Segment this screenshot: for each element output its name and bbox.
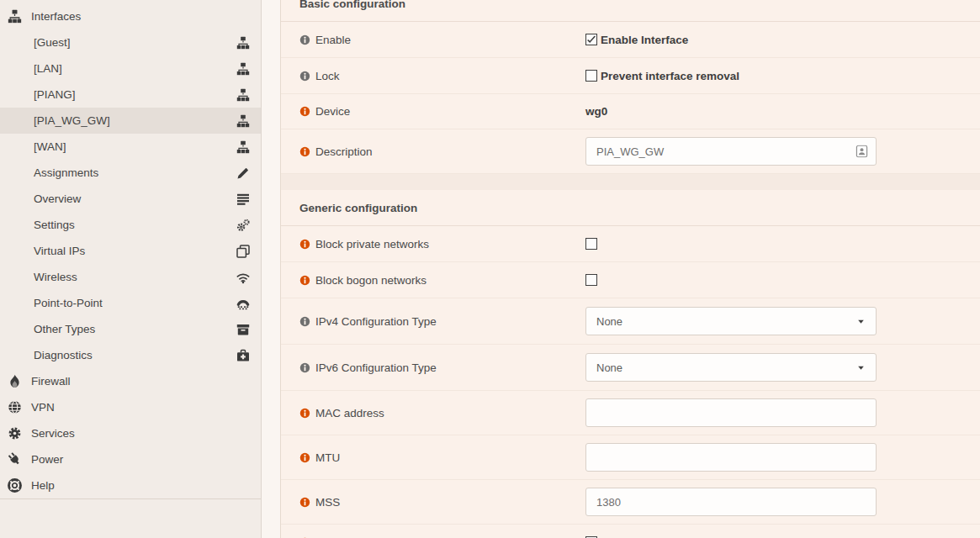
row-label-text: Block bogon networks (315, 274, 426, 287)
sidebar-item-vpn[interactable]: VPN (0, 394, 261, 420)
sidebar-item-label: [Guest] (34, 36, 236, 49)
form-row-block-private-networks: Block private networks (281, 226, 980, 262)
row-control: PIA_WG_GW (585, 137, 877, 166)
sidebar-item-piang[interactable]: [PIANG] (0, 82, 261, 108)
clone-icon (236, 245, 250, 258)
row-label: Device (281, 105, 585, 118)
lock-checkbox[interactable] (585, 70, 597, 82)
sidebar-item-label: VPN (31, 401, 55, 414)
sidebar-item-label: Firewall (31, 375, 71, 388)
sitemap-icon (236, 88, 250, 102)
pencil-icon (236, 166, 250, 180)
info-icon[interactable] (299, 239, 310, 250)
sidebar-item-guest[interactable]: [Guest] (0, 29, 261, 55)
sidebar-item-label: [LAN] (34, 62, 236, 75)
ipv6-configuration-type-select[interactable]: None (585, 353, 877, 382)
row-control: Prevent interface removal (585, 70, 739, 82)
row-label: IPv4 Configuration Type (281, 315, 585, 328)
mac-address-input[interactable] (585, 398, 877, 427)
sidebar-item-label: Services (31, 427, 75, 440)
sidebar-item-lan[interactable]: [LAN] (0, 55, 261, 82)
gears-icon (236, 219, 250, 232)
info-icon[interactable] (299, 71, 310, 82)
sidebar-item-label: [PIANG] (34, 88, 236, 101)
block-bogon-networks-checkbox[interactable] (585, 274, 597, 286)
sidebar-item-wan[interactable]: [WAN] (0, 134, 261, 160)
info-icon[interactable] (299, 34, 310, 45)
sidebar-item-label: Assignments (34, 166, 236, 179)
info-icon[interactable] (299, 362, 310, 373)
info-icon[interactable] (299, 275, 310, 286)
row-label: Block private networks (281, 238, 585, 251)
sitemap-icon (8, 9, 22, 24)
form-row-lock: LockPrevent interface removal (281, 58, 980, 94)
row-label-text: Device (315, 105, 350, 118)
row-label-text: MTU (315, 451, 340, 464)
sidebar-item-power[interactable]: Power (0, 446, 261, 472)
section-basic-configuration: Basic configurationEnableEnable Interfac… (280, 0, 980, 174)
form-row-row (281, 525, 980, 538)
sidebar-item-services[interactable]: Services (0, 420, 261, 446)
info-icon[interactable] (299, 452, 310, 463)
form-row-device: Devicewg0 (281, 94, 980, 129)
sitemap-icon (236, 140, 250, 154)
info-icon[interactable] (299, 408, 310, 419)
sidebar-item-help[interactable]: Help (0, 472, 261, 498)
fire-icon (8, 374, 22, 388)
main-content: Basic configurationEnableEnable Interfac… (280, 0, 980, 538)
mtu-input[interactable] (585, 443, 877, 472)
align-icon (236, 193, 250, 206)
row-control (585, 398, 877, 427)
sidebar-item-pia-wg-gw[interactable]: [PIA_WG_GW] (0, 108, 261, 134)
row-control (585, 274, 597, 286)
mss-input[interactable]: 1380 (585, 488, 877, 516)
life-ring-icon (8, 478, 22, 493)
sidebar-item-overview[interactable]: Overview (0, 186, 261, 212)
input-value: PIA_WG_GW (596, 145, 664, 158)
description-input[interactable]: PIA_WG_GW (585, 137, 877, 166)
sidebar-item-diagnostics[interactable]: Diagnostics (0, 342, 261, 368)
ipv4-configuration-type-select[interactable]: None (585, 307, 877, 335)
section-generic-configuration: Generic configurationBlock private netwo… (280, 190, 980, 538)
sidebar-item-interfaces[interactable]: Interfaces (0, 3, 261, 29)
sidebar-item-settings[interactable]: Settings (0, 212, 261, 238)
autofill-icon[interactable] (856, 145, 868, 158)
section-title: Basic configuration (281, 0, 980, 22)
row-label: MTU (281, 451, 585, 464)
row-label-text: Enable (315, 34, 351, 46)
row-label-text: IPv6 Configuration Type (315, 361, 437, 374)
checkbox-label[interactable]: Enable Interface (601, 34, 688, 46)
sidebar-item-label: Interfaces (31, 10, 81, 23)
caret-down-icon (856, 363, 866, 372)
info-icon[interactable] (299, 106, 310, 117)
sidebar-item-assignments[interactable]: Assignments (0, 160, 261, 186)
sidebar-item-label: Virtual IPs (34, 245, 236, 257)
sidebar-item-firewall[interactable]: Firewall (0, 368, 261, 394)
row-control: None (585, 307, 877, 335)
row-label-text: MSS (315, 496, 340, 509)
section-gap (280, 174, 980, 190)
wifi-icon (236, 271, 250, 284)
form-row-mtu: MTU (281, 435, 980, 480)
sidebar-item-virtual-ips[interactable]: Virtual IPs (0, 238, 261, 264)
row-label: IPv6 Configuration Type (281, 361, 585, 374)
row-label: Description (281, 145, 585, 158)
sidebar-item-other-types[interactable]: Other Types (0, 316, 261, 342)
checkbox-label[interactable]: Prevent interface removal (601, 70, 739, 82)
device-value: wg0 (585, 105, 607, 118)
sidebar: Interfaces[Guest] [LAN] [PIANG] [PIA_WG_… (0, 0, 262, 538)
globe-icon (8, 400, 22, 414)
info-icon[interactable] (299, 146, 310, 157)
info-icon[interactable] (299, 497, 310, 508)
select-value: None (596, 315, 622, 328)
sitemap-icon (236, 36, 250, 50)
info-icon[interactable] (299, 316, 310, 327)
caret-down-icon (856, 317, 866, 326)
enable-checkbox[interactable] (585, 34, 597, 45)
form-row-mac-address: MAC address (281, 391, 980, 435)
sidebar-item-wireless[interactable]: Wireless (0, 264, 261, 290)
sidebar-item-point-to-point[interactable]: Point-to-Point (0, 290, 261, 316)
sidebar-item-label: Other Types (34, 323, 236, 335)
block-private-networks-checkbox[interactable] (585, 238, 597, 250)
form-row-block-bogon-networks: Block bogon networks (281, 262, 980, 298)
